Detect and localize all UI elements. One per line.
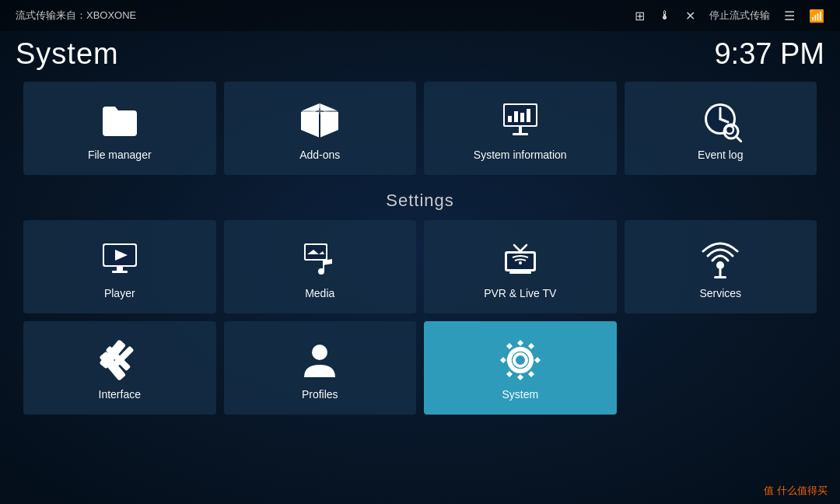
svg-rect-23 [112, 271, 128, 273]
interface-icon [98, 338, 142, 382]
menu-item-services[interactable]: Services [625, 220, 817, 313]
header: System 9:37 PM [0, 31, 840, 74]
menu-item-pvr[interactable]: PVR & Live TV [424, 220, 617, 313]
svg-rect-5 [508, 116, 512, 122]
menu-item-profiles[interactable]: Profiles [224, 321, 417, 415]
svg-line-27 [514, 245, 520, 251]
svg-point-31 [519, 261, 522, 264]
media-icon [298, 237, 341, 281]
menu-item-system[interactable]: System [424, 321, 617, 415]
streaming-label: 流式传输来自：XBOXONE [16, 9, 635, 23]
settings-section: Settings Player [23, 191, 817, 415]
services-icon [698, 237, 742, 281]
wifi-icon: 📶 [809, 9, 824, 23]
close-icon[interactable]: ✕ [685, 9, 695, 23]
page-title: System [16, 37, 119, 71]
file-manager-label: File manager [88, 149, 152, 161]
interface-label: Interface [99, 388, 141, 401]
settings-row-1: Player Media [23, 220, 817, 313]
media-label: Media [305, 287, 334, 299]
top-bar: 流式传输来自：XBOXONE ⊞ 🌡 ✕ 停止流式传输 ☰ 📶 [0, 0, 840, 31]
menu-item-player[interactable]: Player [23, 220, 216, 313]
top-row: File manager Add-ons [23, 82, 817, 175]
menu-item-interface[interactable]: Interface [23, 321, 216, 415]
main-content: File manager Add-ons [0, 74, 840, 430]
system-label: System [502, 388, 538, 401]
svg-rect-22 [117, 267, 123, 271]
stop-stream-button[interactable]: 停止流式传输 [709, 9, 770, 23]
event-log-label: Event log [698, 149, 743, 161]
top-bar-icons: ⊞ 🌡 ✕ 停止流式传输 ☰ 📶 [635, 9, 824, 23]
watermark-text: 值 什么值得买 [764, 484, 828, 498]
svg-rect-7 [520, 113, 524, 122]
menu-item-file-manager[interactable]: File manager [23, 82, 216, 175]
settings-row-2: Interface Profiles [23, 321, 817, 415]
temp-icon: 🌡 [659, 9, 671, 23]
svg-rect-6 [514, 111, 518, 122]
player-icon [98, 237, 142, 281]
svg-point-40 [312, 345, 327, 360]
services-label: Services [699, 287, 741, 299]
svg-rect-9 [519, 127, 522, 133]
menu-item-media[interactable]: Media [224, 220, 417, 313]
svg-rect-35 [714, 276, 726, 278]
watermark: 值 什么值得买 [764, 484, 828, 498]
menu-item-add-ons[interactable]: Add-ons [224, 82, 417, 175]
pvr-icon [499, 237, 542, 281]
svg-line-16 [737, 137, 741, 142]
system-info-label: System information [474, 149, 567, 161]
svg-line-28 [520, 245, 527, 251]
pvr-label: PVR & Live TV [484, 287, 556, 299]
player-label: Player [104, 287, 135, 299]
system-info-icon [499, 99, 542, 142]
settings-grid: Player Media [23, 220, 817, 415]
menu-item-system-info[interactable]: System information [424, 82, 617, 175]
settings-title: Settings [23, 191, 817, 211]
svg-rect-10 [513, 133, 528, 135]
menu-icon[interactable]: ☰ [784, 9, 795, 23]
svg-rect-8 [527, 109, 530, 122]
svg-rect-32 [509, 271, 531, 274]
folder-icon [98, 99, 142, 142]
clock: 9:37 PM [714, 37, 824, 71]
svg-point-17 [726, 127, 736, 136]
menu-item-event-log[interactable]: Event log [625, 82, 817, 175]
event-log-icon [698, 99, 742, 142]
profiles-icon [298, 338, 341, 382]
system-icon [499, 338, 542, 382]
add-ons-label: Add-ons [299, 149, 340, 161]
profiles-label: Profiles [302, 388, 338, 401]
box-icon [298, 99, 341, 142]
xbox-icon: ⊞ [635, 9, 645, 23]
